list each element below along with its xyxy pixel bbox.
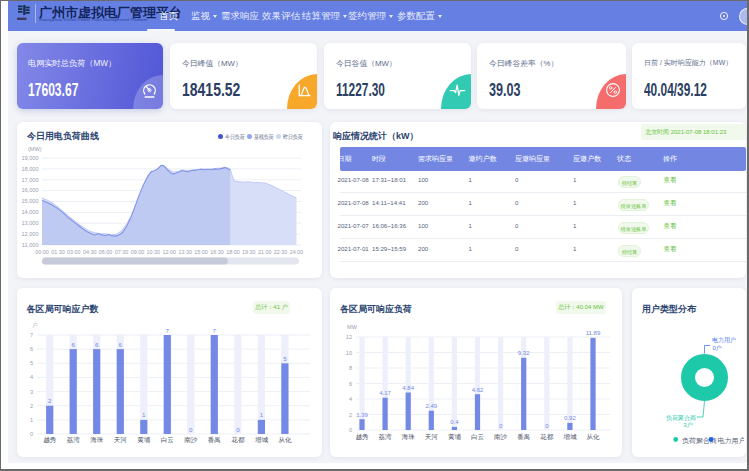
- svg-text:负荷聚合商: 负荷聚合商: [666, 414, 696, 422]
- svg-text:18,000: 18,000: [21, 166, 38, 172]
- svg-text:00:00: 00:00: [35, 249, 49, 255]
- svg-text:19,000: 19,000: [21, 155, 38, 161]
- svg-text:9.32: 9.32: [518, 350, 530, 356]
- svg-text:4.17: 4.17: [379, 390, 391, 396]
- svg-text:0: 0: [236, 426, 240, 433]
- svg-text:13:30: 13:30: [178, 249, 192, 255]
- svg-text:荔湾: 荔湾: [67, 436, 81, 444]
- svg-text:2: 2: [48, 397, 52, 404]
- svg-text:天河: 天河: [425, 433, 439, 441]
- svg-text:0: 0: [349, 427, 352, 433]
- svg-text:15,000: 15,000: [21, 198, 38, 204]
- svg-text:7: 7: [213, 327, 217, 334]
- svg-text:越秀: 越秀: [43, 436, 57, 444]
- svg-text:从化: 从化: [278, 436, 292, 444]
- svg-text:增城: 增城: [254, 436, 269, 444]
- svg-text:10: 10: [346, 350, 352, 356]
- svg-text:1: 1: [142, 411, 146, 418]
- svg-text:10:30: 10:30: [147, 249, 161, 255]
- svg-text:6: 6: [119, 341, 123, 348]
- svg-text:白云: 白云: [161, 436, 175, 444]
- svg-text:01:30: 01:30: [51, 249, 65, 255]
- svg-text:12:00: 12:00: [162, 249, 176, 255]
- svg-text:番禺: 番禺: [517, 433, 530, 441]
- svg-text:6: 6: [349, 381, 352, 387]
- svg-text:7: 7: [30, 332, 33, 338]
- svg-text:1: 1: [30, 417, 33, 423]
- svg-text:花都: 花都: [539, 433, 554, 441]
- svg-text:南沙: 南沙: [184, 436, 198, 444]
- svg-text:22:30: 22:30: [274, 249, 288, 255]
- svg-text:12,000: 12,000: [21, 231, 38, 237]
- svg-text:15:00: 15:00: [194, 249, 208, 255]
- svg-text:13,000: 13,000: [21, 220, 38, 226]
- svg-text:16:30: 16:30: [210, 249, 224, 255]
- svg-text:天河: 天河: [114, 436, 128, 444]
- svg-text:7: 7: [166, 327, 170, 334]
- svg-text:海珠: 海珠: [402, 433, 416, 441]
- svg-text:2: 2: [30, 403, 33, 409]
- svg-text:从化: 从化: [587, 433, 601, 441]
- svg-text:黄埔: 黄埔: [448, 433, 462, 441]
- svg-text:番禺: 番禺: [208, 436, 221, 444]
- svg-text:南沙: 南沙: [494, 433, 508, 441]
- svg-text:2.49: 2.49: [425, 403, 437, 409]
- svg-text:6: 6: [95, 341, 99, 348]
- svg-text:黄埔: 黄埔: [137, 436, 151, 444]
- svg-text:荔湾: 荔湾: [379, 433, 393, 441]
- svg-text:5: 5: [30, 360, 33, 366]
- svg-text:越秀: 越秀: [356, 433, 370, 441]
- svg-text:17,000: 17,000: [21, 177, 38, 183]
- svg-text:6: 6: [71, 341, 75, 348]
- svg-text:8: 8: [349, 365, 352, 371]
- svg-text:增城: 增城: [562, 433, 577, 441]
- svg-text:3户: 3户: [683, 421, 692, 428]
- svg-text:白云: 白云: [471, 433, 485, 441]
- svg-text:6: 6: [30, 346, 33, 352]
- svg-text:0: 0: [189, 426, 193, 433]
- svg-text:0: 0: [30, 431, 33, 437]
- svg-text:19:30: 19:30: [242, 249, 256, 255]
- svg-text:4.84: 4.84: [402, 385, 414, 391]
- svg-text:24:00: 24:00: [290, 249, 304, 255]
- svg-text:09:00: 09:00: [131, 249, 145, 255]
- svg-text:4.62: 4.62: [472, 387, 484, 393]
- svg-text:07:30: 07:30: [115, 249, 129, 255]
- svg-text:18:00: 18:00: [226, 249, 240, 255]
- svg-text:21:00: 21:00: [258, 249, 272, 255]
- svg-text:0.4: 0.4: [450, 419, 459, 425]
- svg-text:4: 4: [349, 396, 352, 402]
- svg-text:电力用户: 电力用户: [718, 437, 745, 445]
- svg-text:11.89: 11.89: [586, 330, 601, 336]
- svg-text:1: 1: [260, 411, 264, 418]
- svg-text:11,000: 11,000: [22, 242, 39, 248]
- svg-text:5: 5: [283, 355, 287, 362]
- svg-text:花都: 花都: [230, 436, 245, 444]
- svg-text:3: 3: [30, 389, 33, 395]
- svg-text:海珠: 海珠: [90, 436, 104, 444]
- svg-text:06:00: 06:00: [99, 249, 113, 255]
- svg-text:MW: MW: [347, 324, 358, 330]
- svg-text:16,000: 16,000: [21, 187, 38, 193]
- svg-text:0户: 0户: [713, 344, 722, 351]
- svg-text:4: 4: [30, 374, 33, 380]
- svg-text:户: 户: [32, 322, 38, 328]
- svg-text:0.92: 0.92: [564, 415, 576, 421]
- svg-text:12: 12: [346, 334, 352, 340]
- svg-text:1.39: 1.39: [356, 412, 368, 418]
- svg-text:03:00: 03:00: [67, 249, 81, 255]
- svg-text:电力用户: 电力用户: [712, 336, 736, 344]
- svg-text:2: 2: [349, 412, 352, 418]
- svg-text:04:30: 04:30: [83, 249, 97, 255]
- svg-text:14,000: 14,000: [21, 209, 38, 215]
